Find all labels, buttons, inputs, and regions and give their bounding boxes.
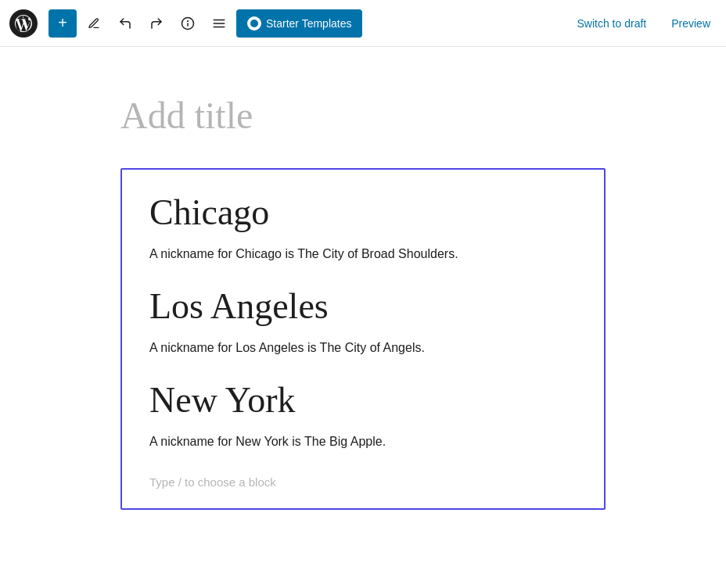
- list-icon: [212, 16, 226, 30]
- info-button[interactable]: [174, 9, 202, 38]
- city-heading-new-york: New York: [149, 381, 577, 421]
- content-block[interactable]: Chicago A nickname for Chicago is The Ci…: [120, 168, 606, 510]
- city-heading-los-angeles: Los Angeles: [149, 287, 577, 327]
- city-description-new-york: A nickname for New York is The Big Apple…: [149, 432, 577, 452]
- city-heading-chicago: Chicago: [149, 193, 577, 233]
- starter-templates-label: Starter Templates: [266, 17, 351, 30]
- starter-templates-button[interactable]: Starter Templates: [236, 9, 362, 38]
- block-type-placeholder[interactable]: Type / to choose a block: [149, 475, 577, 489]
- city-section-los-angeles: Los Angeles A nickname for Los Angeles i…: [149, 287, 577, 357]
- page-title-input[interactable]: Add title: [120, 94, 606, 137]
- starter-templates-icon: [247, 16, 261, 30]
- undo-button[interactable]: [111, 9, 139, 38]
- toolbar-left: +: [9, 9, 571, 38]
- toolbar: +: [0, 0, 726, 47]
- city-section-new-york: New York A nickname for New York is The …: [149, 381, 577, 451]
- editor-area: Add title Chicago A nickname for Chicago…: [58, 47, 668, 557]
- city-description-chicago: A nickname for Chicago is The City of Br…: [149, 244, 577, 264]
- city-section-chicago: Chicago A nickname for Chicago is The Ci…: [149, 193, 577, 264]
- undo-icon: [118, 16, 132, 30]
- pen-icon: [88, 17, 100, 30]
- list-view-button[interactable]: [205, 9, 233, 38]
- city-description-los-angeles: A nickname for Los Angeles is The City o…: [149, 338, 577, 358]
- plus-icon: +: [58, 14, 67, 32]
- edit-tool-button[interactable]: [80, 9, 108, 38]
- switch-to-draft-button[interactable]: Switch to draft: [571, 13, 653, 34]
- redo-button[interactable]: [142, 9, 171, 38]
- preview-button[interactable]: Preview: [665, 13, 717, 34]
- toolbar-right: Switch to draft Preview: [571, 13, 717, 34]
- redo-icon: [149, 16, 164, 30]
- add-block-button[interactable]: +: [49, 9, 77, 38]
- info-icon: [181, 16, 195, 30]
- wp-logo[interactable]: [9, 9, 38, 38]
